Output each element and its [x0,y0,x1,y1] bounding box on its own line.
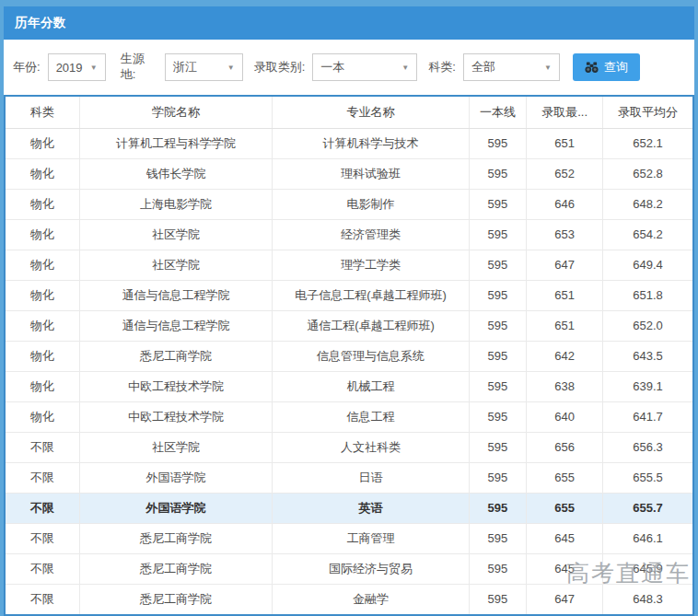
table-cell: 595 [469,250,526,280]
table-cell: 655.7 [603,493,692,523]
table-row[interactable]: 不限悉尼工商学院国际经济与贸易595645645.9 [6,553,692,584]
table-cell: 647 [526,250,602,280]
table-cell: 日语 [273,462,470,493]
table-row[interactable]: 物化通信与信息工程学院通信工程(卓越工程师班)595651652.0 [6,310,692,341]
table-cell: 654.2 [603,219,692,250]
column-header: 一本线 [469,97,526,128]
table-cell: 理科试验班 [273,158,470,189]
table-row[interactable]: 不限悉尼工商学院工商管理595645646.1 [6,523,692,553]
table-row[interactable]: 物化中欧工程技术学院信息工程595640641.7 [6,401,692,432]
table-cell: 648.3 [603,584,692,614]
table-cell: 不限 [6,432,79,462]
table-cell: 595 [469,493,526,523]
table-cell: 不限 [6,553,79,584]
scores-table-container: 科类学院名称专业名称一本线录取最...录取平均分 物化计算机工程与科学学院计算机… [4,95,694,616]
table-cell: 649.4 [603,250,692,280]
table-cell: 国际经济与贸易 [273,553,470,584]
table-cell: 理学工学类 [273,250,470,280]
table-cell: 645.9 [603,553,692,584]
table-row[interactable]: 物化社区学院理学工学类595647649.4 [6,250,692,280]
panel-title: 历年分数 [4,6,694,40]
table-row[interactable]: 物化计算机工程与科学学院计算机科学与技术595651652.1 [6,128,692,158]
table-row[interactable]: 物化悉尼工商学院信息管理与信息系统595642643.5 [6,341,692,371]
table-row[interactable]: 不限外国语学院日语595655655.5 [6,462,692,493]
table-row[interactable]: 物化中欧工程技术学院机械工程595638639.1 [6,371,692,401]
table-cell: 工商管理 [273,523,470,553]
subject-select[interactable]: 全部 ▼ [463,53,560,81]
table-cell: 651 [526,128,602,158]
table-cell: 655 [526,493,602,523]
scores-table: 科类学院名称专业名称一本线录取最...录取平均分 物化计算机工程与科学学院计算机… [6,97,692,614]
table-cell: 悉尼工商学院 [79,584,273,614]
column-header: 专业名称 [273,97,470,128]
table-cell: 655.5 [603,462,692,493]
table-cell: 595 [469,158,526,189]
table-cell: 英语 [273,493,470,523]
table-cell: 物化 [6,128,79,158]
table-cell: 595 [469,553,526,584]
column-header: 科类 [6,97,79,128]
scores-panel: 历年分数 年份: 2019 ▼ 生源地: 浙江 ▼ 录取类别: 一本 ▼ 科类:… [0,0,698,616]
table-cell: 物化 [6,219,79,250]
table-cell: 物化 [6,310,79,341]
table-cell: 物化 [6,250,79,280]
table-cell: 物化 [6,158,79,189]
table-cell: 中欧工程技术学院 [79,371,273,401]
table-cell: 646.1 [603,523,692,553]
table-cell: 656.3 [603,432,692,462]
table-cell: 595 [469,341,526,371]
table-cell: 外国语学院 [79,462,273,493]
table-row[interactable]: 物化通信与信息工程学院电子信息工程(卓越工程师班)595651651.8 [6,280,692,310]
table-cell: 经济管理类 [273,219,470,250]
table-cell: 639.1 [603,371,692,401]
table-row[interactable]: 物化上海电影学院电影制作595646648.2 [6,189,692,219]
table-row[interactable]: 物化钱伟长学院理科试验班595652652.8 [6,158,692,189]
binoculars-icon [585,62,599,74]
table-body: 物化计算机工程与科学学院计算机科学与技术595651652.1物化钱伟长学院理科… [6,128,692,614]
table-cell: 中欧工程技术学院 [79,401,273,432]
table-cell: 638 [526,371,602,401]
table-cell: 595 [469,128,526,158]
table-cell: 物化 [6,341,79,371]
table-row[interactable]: 物化社区学院经济管理类595653654.2 [6,219,692,250]
year-label: 年份: [13,59,41,76]
table-cell: 物化 [6,401,79,432]
table-cell: 595 [469,310,526,341]
table-row[interactable]: 不限社区学院人文社科类595656656.3 [6,432,692,462]
table-cell: 钱伟长学院 [79,158,273,189]
table-cell: 646 [526,189,602,219]
table-cell: 595 [469,523,526,553]
table-cell: 通信工程(卓越工程师班) [273,310,470,341]
table-cell: 机械工程 [273,371,470,401]
origin-label: 生源地: [121,52,157,83]
table-header-row: 科类学院名称专业名称一本线录取最...录取平均分 [6,97,692,128]
table-cell: 信息工程 [273,401,470,432]
table-cell: 通信与信息工程学院 [79,280,273,310]
table-cell: 电影制作 [273,189,470,219]
origin-select[interactable]: 浙江 ▼ [165,53,243,81]
table-cell: 悉尼工商学院 [79,523,273,553]
table-cell: 不限 [6,462,79,493]
year-select-value: 2019 [56,61,83,75]
table-row[interactable]: 不限悉尼工商学院金融学595647648.3 [6,584,692,614]
table-cell: 595 [469,189,526,219]
table-cell: 642 [526,341,602,371]
table-cell: 648.2 [603,189,692,219]
table-cell: 651.8 [603,280,692,310]
table-row[interactable]: 不限外国语学院英语595655655.7 [6,493,692,523]
table-cell: 653 [526,219,602,250]
admission-type-select[interactable]: 一本 ▼ [312,53,417,81]
table-cell: 金融学 [273,584,470,614]
table-cell: 595 [469,280,526,310]
query-button[interactable]: 查询 [573,53,640,81]
chevron-down-icon: ▼ [227,64,235,72]
table-cell: 计算机工程与科学学院 [79,128,273,158]
year-select[interactable]: 2019 ▼ [48,53,106,81]
chevron-down-icon: ▼ [544,64,552,72]
table-cell: 物化 [6,189,79,219]
table-cell: 643.5 [603,341,692,371]
table-cell: 651 [526,310,602,341]
table-cell: 652.0 [603,310,692,341]
table-cell: 652.1 [603,128,692,158]
table-cell: 595 [469,584,526,614]
